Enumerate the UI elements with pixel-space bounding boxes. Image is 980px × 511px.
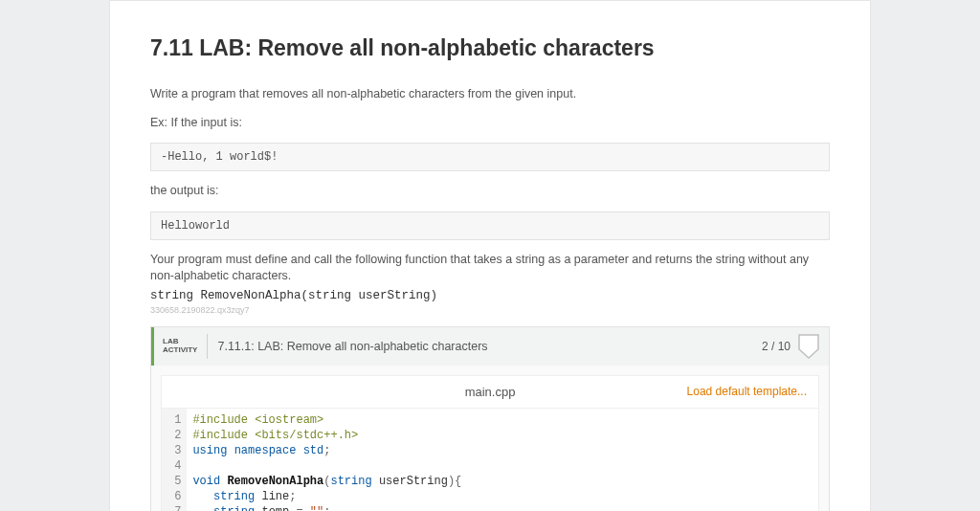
line-number: 5 bbox=[167, 474, 181, 489]
requirement-text: Your program must define and call the fo… bbox=[150, 252, 830, 285]
intro-text: Write a program that removes all non-alp… bbox=[150, 86, 830, 103]
code-lines[interactable]: #include <iostream>#include <bits/stdc++… bbox=[187, 409, 469, 512]
page-title: 7.11 LAB: Remove all non-alphabetic char… bbox=[150, 35, 830, 61]
resource-id: 330658.2190822.qx3zqy7 bbox=[150, 305, 830, 315]
line-number: 7 bbox=[167, 504, 181, 512]
line-number: 2 bbox=[167, 428, 181, 443]
code-area[interactable]: 1234567891011 #include <iostream>#includ… bbox=[162, 409, 818, 512]
example-output-label: the output is: bbox=[150, 183, 830, 200]
example-output-box: Helloworld bbox=[150, 211, 830, 240]
line-number: 6 bbox=[167, 489, 181, 504]
code-line[interactable]: #include <iostream> bbox=[192, 412, 461, 428]
lab-score: 2 / 10 bbox=[762, 340, 791, 353]
lab-title: 7.11.1: LAB: Remove all non-alphabetic c… bbox=[208, 340, 762, 353]
example-input-box: -Hello, 1 world$! bbox=[150, 143, 830, 171]
lab-header: LAB ACTIVITY 7.11.1: LAB: Remove all non… bbox=[151, 327, 829, 366]
code-line[interactable]: string temp = ""; bbox=[192, 504, 461, 512]
shield-icon[interactable] bbox=[798, 334, 819, 359]
code-line[interactable]: string line; bbox=[192, 489, 461, 504]
code-line[interactable]: using namespace std; bbox=[192, 443, 461, 458]
code-line[interactable] bbox=[192, 458, 461, 474]
code-editor[interactable]: main.cpp Load default template... 123456… bbox=[161, 375, 819, 512]
function-signature: string RemoveNonAlpha(string userString) bbox=[150, 289, 830, 302]
load-default-template-link[interactable]: Load default template... bbox=[687, 385, 818, 398]
line-number: 4 bbox=[167, 458, 181, 474]
line-number: 1 bbox=[167, 412, 181, 428]
editor-header: main.cpp Load default template... bbox=[162, 376, 818, 409]
line-number: 3 bbox=[167, 443, 181, 458]
line-number-gutter: 1234567891011 bbox=[162, 409, 187, 512]
lab-badge-line2: ACTIVITY bbox=[163, 346, 197, 355]
page-card: 7.11 LAB: Remove all non-alphabetic char… bbox=[109, 0, 871, 511]
lab-activity-panel: LAB ACTIVITY 7.11.1: LAB: Remove all non… bbox=[150, 326, 830, 512]
lab-badge: LAB ACTIVITY bbox=[154, 338, 207, 355]
code-line[interactable]: #include <bits/stdc++.h> bbox=[192, 428, 461, 443]
code-line[interactable]: void RemoveNonAlpha(string userString){ bbox=[192, 474, 461, 489]
example-input-label: Ex: If the input is: bbox=[150, 115, 830, 132]
